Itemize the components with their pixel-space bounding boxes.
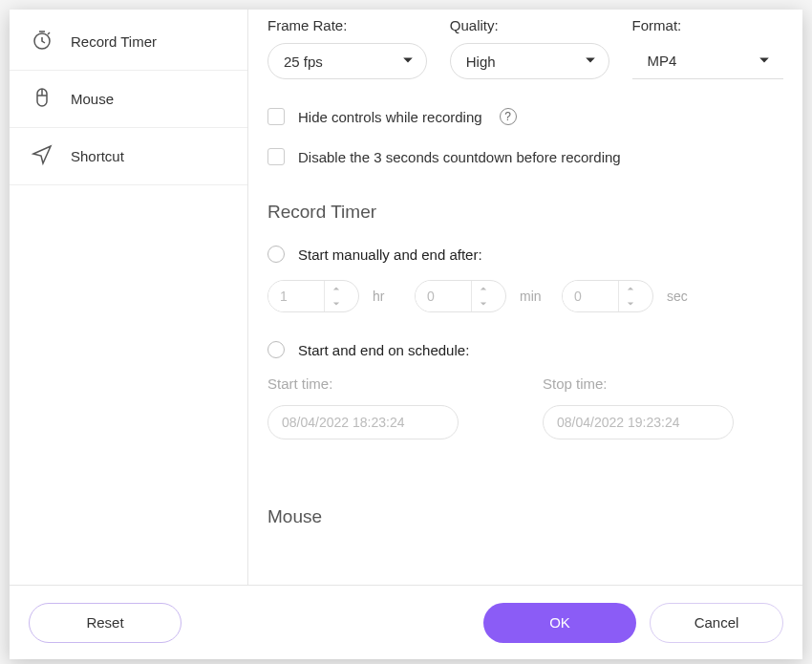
frame-rate-select[interactable]: 25 fps [267,43,427,79]
hide-controls-label: Hide controls while recording [298,109,482,125]
disable-countdown-row: Disable the 3 seconds countdown before r… [267,148,783,165]
format-value: MP4 [648,53,677,69]
hours-up[interactable] [325,281,347,296]
radio-schedule-label: Start and end on schedule: [298,342,469,358]
sidebar-item-label: Mouse [71,91,114,107]
seconds-down[interactable] [619,296,641,311]
frame-rate-label: Frame Rate: [267,17,427,33]
minutes-down[interactable] [472,296,494,311]
sidebar: Record Timer Mouse Shortcut [10,10,248,585]
footer: Reset OK Cancel [10,585,802,659]
hours-down[interactable] [325,296,347,311]
start-time-col: Start time: [267,375,508,439]
sec-unit: sec [667,289,695,304]
hide-controls-checkbox[interactable] [267,108,285,125]
seconds-input[interactable] [563,281,618,311]
schedule-row: Start time: Stop time: [267,375,783,439]
start-time-label: Start time: [267,375,508,392]
ok-button[interactable]: OK [483,603,636,643]
window-body: Record Timer Mouse Shortcut Frame Rate: [10,10,802,585]
radio-schedule[interactable] [267,341,285,358]
seconds-up[interactable] [619,281,641,296]
sidebar-item-label: Shortcut [71,148,124,164]
hide-controls-row: Hide controls while recording ? [267,108,783,125]
record-timer-title: Record Timer [267,202,783,223]
top-settings-row: Frame Rate: 25 fps Quality: High [267,17,783,79]
sidebar-item-label: Record Timer [71,33,157,50]
duration-inputs: hr min sec [267,280,783,312]
sidebar-item-record-timer[interactable]: Record Timer [10,13,247,71]
start-time-input[interactable] [267,405,459,439]
min-unit: min [520,289,548,304]
sidebar-item-mouse[interactable]: Mouse [10,71,247,128]
format-field: Format: MP4 [632,17,783,79]
help-icon[interactable]: ? [500,108,517,125]
quality-field: Quality: High [450,17,609,79]
radio-schedule-row: Start and end on schedule: [267,341,783,358]
stop-time-input[interactable] [543,405,734,439]
quality-value: High [466,54,496,70]
hr-unit: hr [373,289,401,304]
minutes-spinner[interactable] [415,280,506,312]
stop-time-label: Stop time: [543,375,783,392]
mouse-icon [31,86,53,112]
frame-rate-field: Frame Rate: 25 fps [267,17,427,79]
settings-window: Record Timer Mouse Shortcut Frame Rate: [10,10,802,659]
frame-rate-value: 25 fps [284,54,323,70]
format-label: Format: [632,17,783,33]
radio-manual-label: Start manually and end after: [298,246,482,263]
footer-right: OK Cancel [483,603,783,643]
cancel-button[interactable]: Cancel [650,603,783,643]
minutes-input[interactable] [416,281,471,311]
stop-time-col: Stop time: [543,375,783,439]
quality-label: Quality: [450,17,609,33]
hours-input[interactable] [268,281,324,311]
main-panel: Frame Rate: 25 fps Quality: High [248,10,802,585]
minutes-up[interactable] [472,281,494,296]
mouse-section-title: Mouse [267,506,783,527]
sidebar-item-shortcut[interactable]: Shortcut [10,128,247,185]
disable-countdown-label: Disable the 3 seconds countdown before r… [298,149,621,165]
quality-select[interactable]: High [450,43,609,79]
hours-spinner[interactable] [267,280,359,312]
reset-button[interactable]: Reset [29,603,182,643]
seconds-spinner[interactable] [562,280,653,312]
timer-icon [31,29,53,54]
radio-manual[interactable] [267,246,285,263]
format-select[interactable]: MP4 [632,43,783,79]
radio-manual-row: Start manually and end after: [267,246,783,263]
disable-countdown-checkbox[interactable] [267,148,285,165]
paper-plane-icon [31,143,53,169]
